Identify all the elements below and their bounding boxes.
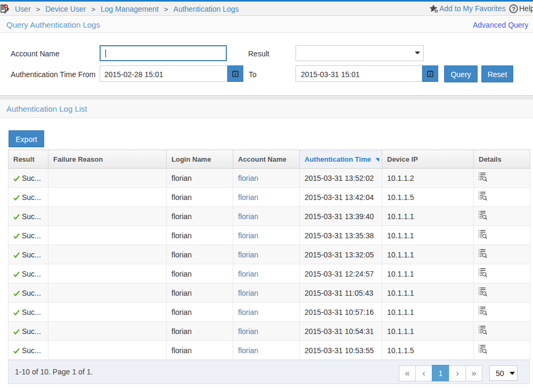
- svg-text:?: ?: [512, 6, 515, 12]
